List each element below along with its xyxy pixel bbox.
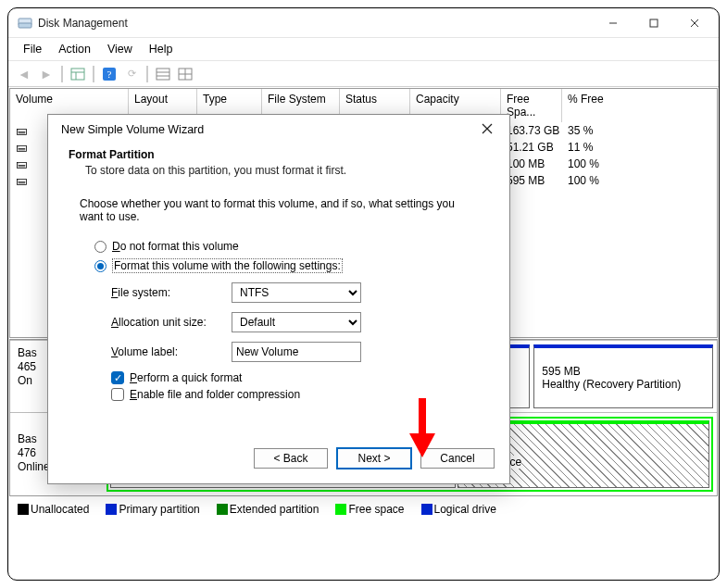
checkbox-label: Enable file and folder compression xyxy=(130,388,300,401)
detail-view-icon[interactable] xyxy=(175,64,195,84)
radio-do-not-format[interactable]: Do not format this volume xyxy=(94,240,478,253)
list-view-icon[interactable] xyxy=(153,64,173,84)
partition-status: Healthy (Recovery Partition) xyxy=(542,378,705,391)
label-allocation-unit: Allocation unit size: xyxy=(111,316,232,329)
legend-extended: Extended partition xyxy=(217,503,325,516)
disk-management-icon xyxy=(18,16,32,31)
col-pctfree[interactable]: % Free xyxy=(562,89,627,122)
checkbox-quick-format[interactable]: Perform a quick format xyxy=(111,371,478,384)
cancel-button[interactable]: Cancel xyxy=(420,448,495,469)
radio-icon xyxy=(94,260,107,272)
svg-rect-1 xyxy=(19,23,31,28)
radio-label: Format this volume with the following se… xyxy=(112,258,343,273)
select-allocation-unit[interactable]: Default xyxy=(232,312,361,332)
toolbar-divider xyxy=(93,66,94,82)
dialog-heading: Format Partition xyxy=(69,148,489,161)
svg-rect-3 xyxy=(650,19,658,27)
toolbar-divider xyxy=(61,66,63,82)
menu-help[interactable]: Help xyxy=(142,40,181,58)
legend-free: Free space xyxy=(335,503,409,516)
toolbar: ◄ ► ? ⟳ xyxy=(8,61,719,87)
checkbox-icon xyxy=(111,388,124,401)
dialog-subheading: To store data on this partition, you mus… xyxy=(69,164,489,177)
minimize-button[interactable] xyxy=(593,10,633,36)
menubar: File Action View Help xyxy=(8,38,719,61)
svg-text:?: ? xyxy=(107,69,112,80)
menu-view[interactable]: View xyxy=(100,40,140,58)
legend-primary: Primary partition xyxy=(106,503,205,516)
cell-pct: 100 % xyxy=(562,156,627,171)
legend: Unallocated Primary partition Extended p… xyxy=(8,497,719,521)
titlebar: Disk Management xyxy=(8,8,719,38)
legend-logical: Logical drive xyxy=(421,503,502,516)
new-simple-volume-wizard: New Simple Volume Wizard Format Partitio… xyxy=(47,114,510,484)
dialog-title: New Simple Volume Wizard xyxy=(61,123,474,136)
help-icon[interactable]: ? xyxy=(99,64,119,84)
checkbox-enable-compression[interactable]: Enable file and folder compression xyxy=(111,388,478,401)
back-button[interactable]: < Back xyxy=(254,448,328,469)
label-volume-label: Volume label: xyxy=(111,345,232,358)
radio-icon xyxy=(94,241,107,253)
radio-format-volume[interactable]: Format this volume with the following se… xyxy=(94,258,478,273)
cell-pct: 35 % xyxy=(562,123,627,138)
refresh-icon[interactable]: ⟳ xyxy=(121,64,142,84)
menu-action[interactable]: Action xyxy=(51,40,98,58)
dialog-close-button[interactable] xyxy=(474,122,500,137)
next-button[interactable]: Next > xyxy=(337,448,411,469)
checkbox-icon xyxy=(111,371,124,384)
volume-icon: 🖴 xyxy=(16,124,31,137)
legend-unallocated: Unallocated xyxy=(18,503,94,516)
maximize-button[interactable] xyxy=(633,10,674,36)
cell-pct: 100 % xyxy=(562,173,627,188)
svg-rect-6 xyxy=(71,69,84,80)
checkbox-label: Perform a quick format xyxy=(130,371,242,384)
toolbar-divider xyxy=(146,66,148,82)
menu-file[interactable]: File xyxy=(16,40,49,58)
input-volume-label[interactable] xyxy=(232,342,361,362)
label-file-system: File system: xyxy=(111,286,232,299)
forward-icon: ► xyxy=(36,64,56,84)
svg-rect-11 xyxy=(157,69,169,80)
volume-icon: 🖴 xyxy=(16,157,31,170)
close-button[interactable] xyxy=(674,10,715,36)
partition-recovery[interactable]: 595 MB Healthy (Recovery Partition) xyxy=(533,344,713,408)
volume-icon: 🖴 xyxy=(16,174,31,187)
cell-pct: 11 % xyxy=(562,140,627,155)
radio-label: o not format this volume xyxy=(120,240,239,253)
select-file-system[interactable]: NTFS xyxy=(232,282,361,303)
partition-size: 595 MB xyxy=(542,365,705,378)
window-title: Disk Management xyxy=(38,17,593,30)
dialog-instructions: Choose whether you want to format this v… xyxy=(80,197,478,223)
volume-icon: 🖴 xyxy=(16,141,31,154)
back-icon: ◄ xyxy=(14,64,34,84)
panes-icon[interactable] xyxy=(68,64,88,84)
